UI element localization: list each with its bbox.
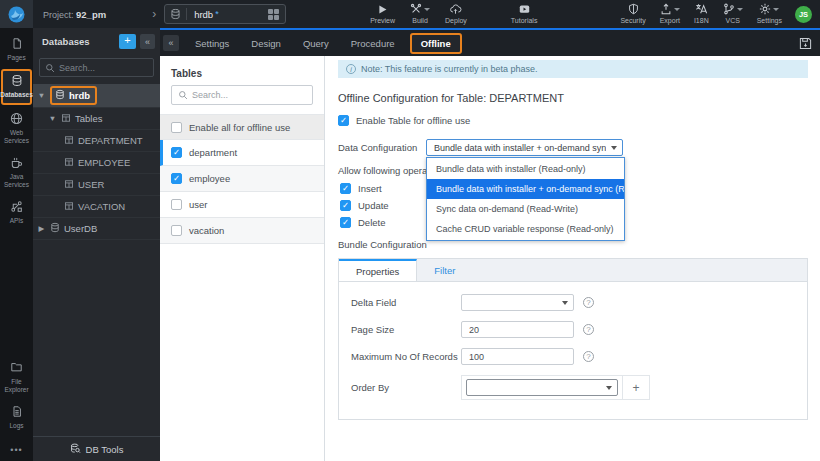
order-by-select[interactable] [466,379,618,396]
database-icon [50,222,60,235]
table-checkbox[interactable] [171,147,182,158]
table-checkbox[interactable] [171,199,182,210]
tables-search-input[interactable] [192,90,306,100]
tutorials-button[interactable]: Tutorials [511,3,538,25]
tables-title: Tables [171,68,313,79]
page-icon [11,37,23,52]
dropdown-option[interactable]: Sync data on-demand (Read-Write) [427,199,624,219]
enable-table-checkbox[interactable] [338,115,349,126]
sidebar-more-button[interactable]: ••• [10,437,22,461]
tree-node-userdb[interactable]: ▶ UserDB [33,218,160,240]
table-row-user[interactable]: user [160,192,324,218]
chevron-right-icon [152,8,156,20]
security-button[interactable]: Security [620,3,645,25]
bundle-config-panel: Properties Filter Delta Field [338,258,808,420]
sidebar-item-web-services[interactable]: Web Services [1,108,32,149]
i18n-button[interactable]: I18N [694,3,709,25]
expand-arrow-icon[interactable]: ▼ [48,114,57,123]
table-checkbox[interactable] [171,173,182,184]
help-icon[interactable] [583,324,594,335]
update-checkbox[interactable] [340,200,351,211]
dropdown-option[interactable]: Cache CRUD variable response (Read-only) [427,219,624,239]
data-config-label: Data Configuration [338,142,426,153]
enable-all-checkbox[interactable] [171,122,182,133]
help-icon[interactable] [583,297,594,308]
db-search-input[interactable] [59,63,148,73]
search-icon [45,59,55,77]
selected-db-name: hrdb [194,9,213,20]
tab-procedure[interactable]: Procedure [340,33,406,54]
page-title: Offline Configuration for Table: DEPARTM… [338,92,808,104]
service-tabbar: Settings Design Query Procedure Offline [160,30,820,56]
play-icon [377,3,388,16]
apps-grid-icon[interactable] [261,9,285,20]
tree-node-table[interactable]: DEPARTMENT [33,130,160,152]
table-row-department[interactable]: department [160,140,324,166]
expand-arrow-icon[interactable]: ▼ [37,91,46,100]
tree-node-table[interactable]: VACATION [33,196,160,218]
build-tools-icon [410,3,422,15]
tab-query[interactable]: Query [292,33,340,54]
caret-down-icon [424,8,430,11]
search-icon [178,86,188,104]
gear-icon [759,3,771,15]
db-selector[interactable]: hrdb * [164,4,286,24]
tab-design[interactable]: Design [240,33,292,54]
unsaved-marker: * [215,9,219,19]
databases-panel: Databases + ▼ hrdb ▼ Tables DEPARTMENT E… [33,28,160,461]
user-avatar[interactable]: JS [795,6,812,23]
wavemaker-logo-icon[interactable] [0,0,33,28]
sidebar-item-file-explorer[interactable]: File Explorer [1,357,32,397]
sidebar-item-logs[interactable]: Logs [1,401,32,434]
dropdown-option[interactable]: Bundle data with installer (Read-only) [427,159,624,179]
delete-checkbox[interactable] [340,217,351,228]
table-row-vacation[interactable]: vacation [160,218,324,244]
enable-all-row[interactable]: Enable all for offline use [160,114,324,140]
save-icon[interactable] [799,37,812,50]
deploy-button[interactable]: Deploy [445,3,467,25]
sidebar-item-apis[interactable]: APIs [1,196,32,229]
tab-settings[interactable]: Settings [184,33,240,54]
app-window: Project: 92_pm hrdb * Preview Build Depl… [0,0,820,461]
page-size-input[interactable] [461,321,574,338]
insert-checkbox[interactable] [340,183,351,194]
sidebar-item-databases[interactable]: Databases [1,69,32,104]
tab-offline[interactable]: Offline [410,33,462,54]
collapse-panel-icon[interactable] [140,34,155,49]
table-icon [64,201,74,213]
collapsed-arrow-icon[interactable]: ▶ [37,224,46,233]
vcs-button[interactable]: VCS [723,3,743,25]
table-row-employee[interactable]: employee [160,166,324,192]
table-checkbox[interactable] [171,225,182,236]
delta-field-select[interactable] [461,294,574,311]
collapse-tables-panel-icon[interactable] [163,35,179,51]
translate-icon [695,3,708,16]
order-by-label: Order By [351,382,461,393]
tab-filter[interactable]: Filter [417,259,472,281]
data-config-select[interactable]: Bundle data with installer + on-demand s… [426,139,623,156]
tab-properties[interactable]: Properties [339,259,417,281]
tree-node-table[interactable]: USER [33,174,160,196]
sidebar-item-java-services[interactable]: Java Services [1,152,32,193]
db-tools-button[interactable]: DB Tools [33,436,160,461]
help-icon[interactable] [583,351,594,362]
table-icon [61,113,71,125]
database-icon [55,89,65,102]
project-name: 92_pm [76,9,106,20]
tree-node-tables-group[interactable]: ▼ Tables [33,108,160,130]
export-button[interactable]: Export [660,3,680,25]
dropdown-option-selected[interactable]: Bundle data with installer + on-demand s… [427,179,624,199]
delta-field-label: Delta Field [351,297,461,308]
max-records-input[interactable] [461,348,574,365]
tree-node-table[interactable]: EMPLOYEE [33,152,160,174]
preview-button[interactable]: Preview [370,3,395,25]
add-order-by-button[interactable]: + [622,376,649,399]
sidebar-item-pages[interactable]: Pages [1,33,32,66]
tree-node-hrdb[interactable]: ▼ hrdb [33,84,160,108]
settings-button[interactable]: Settings [757,3,782,25]
bundle-tabbar: Properties Filter [339,259,807,282]
build-button[interactable]: Build [410,3,430,25]
add-database-button[interactable]: + [119,34,136,49]
db-tools-icon [70,443,81,456]
log-file-icon [11,405,23,420]
